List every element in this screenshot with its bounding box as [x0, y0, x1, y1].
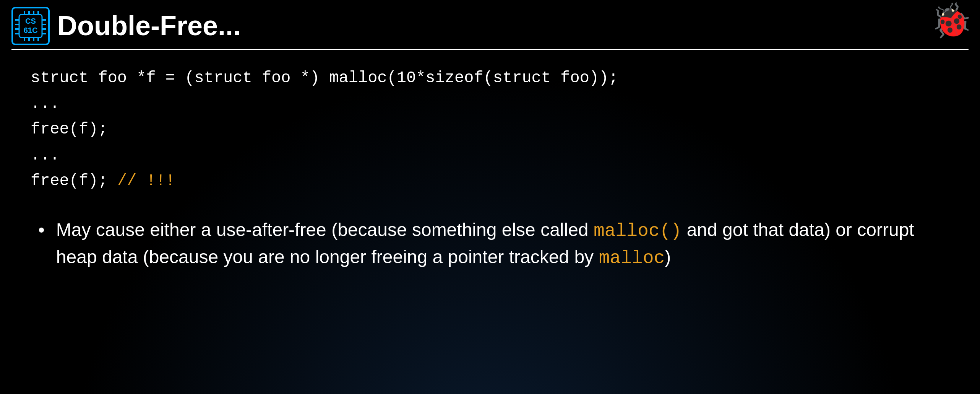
svg-rect-11	[33, 11, 34, 15]
svg-rect-7	[42, 28, 46, 30]
code-line-5: free(f); // !!!	[31, 168, 949, 194]
svg-rect-4	[15, 33, 19, 34]
bullets-section: • May cause either a use-after-free (bec…	[31, 217, 949, 271]
code-line-4: ...	[31, 143, 949, 168]
code-line-2: ...	[31, 91, 949, 117]
svg-rect-15	[33, 37, 34, 41]
svg-rect-13	[24, 37, 25, 41]
cs61c-logo: CS 61C	[11, 7, 50, 45]
svg-text:CS: CS	[25, 17, 36, 25]
svg-rect-8	[42, 33, 46, 34]
inline-code-malloc-1: malloc()	[594, 221, 681, 241]
bullet-dot: •	[38, 217, 45, 243]
inline-code-malloc-2: malloc	[599, 248, 665, 269]
bullet-item-1: • May cause either a use-after-free (bec…	[38, 217, 949, 271]
svg-rect-16	[37, 37, 39, 41]
svg-rect-14	[28, 37, 30, 41]
svg-rect-12	[37, 11, 39, 15]
svg-rect-2	[15, 24, 19, 25]
svg-rect-6	[42, 24, 46, 25]
bullet-text-after: )	[665, 247, 671, 267]
header: CS 61C Double-Free...	[0, 0, 980, 45]
svg-rect-3	[15, 28, 19, 30]
bullet-text-before: May cause either a use-after-free (becau…	[56, 220, 594, 240]
svg-rect-10	[28, 11, 30, 15]
svg-rect-9	[24, 11, 25, 15]
code-line-3: free(f);	[31, 117, 949, 142]
svg-text:61C: 61C	[24, 26, 38, 34]
main-content: struct foo *f = (struct foo *) malloc(10…	[0, 50, 980, 271]
code-line-1: struct foo *f = (struct foo *) malloc(10…	[31, 65, 949, 91]
page-title: Double-Free...	[57, 11, 241, 41]
bullet-text-1: May cause either a use-after-free (becau…	[56, 217, 949, 271]
code-block: struct foo *f = (struct foo *) malloc(10…	[31, 65, 949, 194]
svg-rect-5	[42, 19, 46, 21]
svg-rect-1	[15, 19, 19, 21]
